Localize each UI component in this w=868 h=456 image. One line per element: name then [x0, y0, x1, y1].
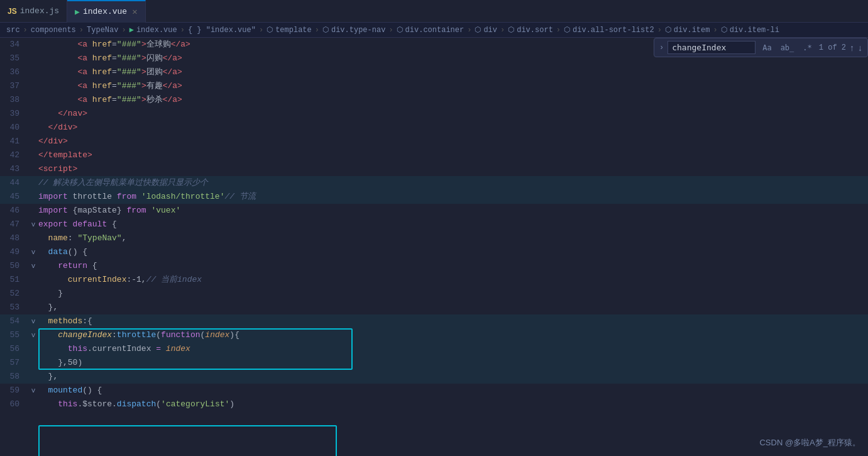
tab-bar: JS index.js ▶ index.vue ✕: [0, 0, 868, 23]
find-widget: › Aa ab̲ .* 1 of 2 ↑ ↓: [654, 38, 868, 57]
code-line: 36 <a href="###">团购</a>: [0, 65, 868, 79]
find-prev-btn[interactable]: ↑: [850, 43, 854, 53]
find-options: Aa ab̲ .*: [759, 42, 815, 53]
code-line: 54 v methods:{: [0, 314, 868, 328]
code-line: 41 </div>: [0, 135, 868, 148]
code-line: 57 },50): [0, 356, 868, 370]
code-line: 44 // 解决移入左侧导航菜单过快数据只显示少个: [0, 176, 868, 190]
tab-js-label: index.js: [20, 6, 59, 16]
highlight-box-methods: [38, 425, 337, 456]
code-line: 37 <a href="###">有趣</a>: [0, 79, 868, 93]
code-line: 53 },: [0, 301, 868, 314]
code-line: 46 import {mapState} from 'vuex': [0, 204, 868, 218]
find-next-btn[interactable]: ↓: [858, 43, 862, 53]
js-icon: JS: [8, 7, 17, 16]
vue-icon: ▶: [75, 7, 80, 17]
code-line: 56 this.currentIndex = index: [0, 342, 868, 356]
code-line: 39 </nav>: [0, 107, 868, 121]
find-expand-icon[interactable]: ›: [659, 43, 664, 52]
close-icon[interactable]: ✕: [132, 6, 137, 17]
find-word-btn[interactable]: ab̲: [777, 42, 798, 53]
code-line: 47 v export default {: [0, 218, 868, 231]
editor-container: › Aa ab̲ .* 1 of 2 ↑ ↓ 34 <a href="###">…: [0, 38, 868, 456]
code-line: 59 v mounted() {: [0, 384, 868, 398]
breadcrumb: src › components › TypeNav › ▶ index.vue…: [0, 23, 868, 38]
code-line: 55 v changeIndex:throttle(function(index…: [0, 328, 868, 342]
find-input[interactable]: [667, 41, 755, 54]
code-line: 40 </div>: [0, 121, 868, 135]
find-count: 1 of 2: [819, 43, 846, 52]
code-line: 51 currentIndex:-1,// 当前index: [0, 273, 868, 287]
code-line: 45 import throttle from 'lodash/throttle…: [0, 190, 868, 204]
code-line: 43 <script>: [0, 162, 868, 176]
find-case-btn[interactable]: Aa: [759, 42, 774, 53]
code-line: 50 v return {: [0, 259, 868, 273]
tab-vue-label: index.vue: [83, 7, 127, 16]
code-line: 38 <a href="###">秒杀</a>: [0, 93, 868, 107]
tab-index-vue[interactable]: ▶ index.vue ✕: [67, 0, 145, 23]
code-line: 42 </template>: [0, 148, 868, 162]
code-line: 60 this.$store.dispatch('categoryList'): [0, 398, 868, 411]
code-line: 48 name: "TypeNav",: [0, 231, 868, 245]
code-area[interactable]: › Aa ab̲ .* 1 of 2 ↑ ↓ 34 <a href="###">…: [0, 38, 868, 456]
find-regex-btn[interactable]: .*: [799, 42, 815, 53]
code-line: 52 }: [0, 287, 868, 301]
code-line: 58 },: [0, 370, 868, 384]
watermark: CSDN @多啦A梦_程序猿。: [759, 437, 860, 448]
code-line: 49 v data() {: [0, 245, 868, 259]
tab-index-js[interactable]: JS index.js: [0, 0, 67, 23]
